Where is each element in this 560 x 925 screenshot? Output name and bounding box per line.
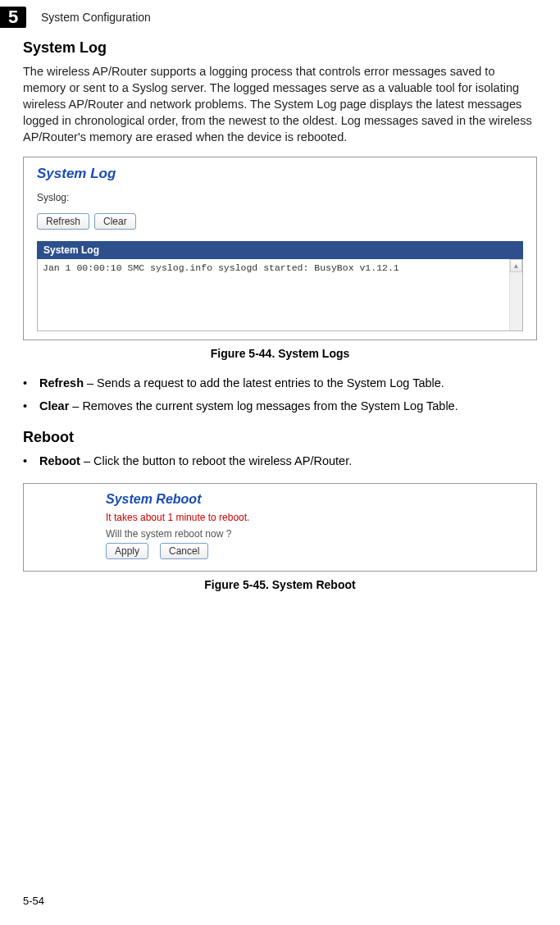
list-item: • Reboot – Click the button to reboot th… [23, 453, 537, 471]
list-item: • Refresh – Sends a request to add the l… [23, 375, 537, 393]
apply-button[interactable]: Apply [106, 543, 148, 559]
desc-reboot: – Click the button to reboot the wireles… [80, 454, 352, 467]
chapter-number-box: 5 [0, 7, 26, 28]
cancel-button[interactable]: Cancel [160, 543, 208, 559]
syslog-field-label: Syslog: [37, 192, 523, 203]
reboot-warning-text: It takes about 1 minute to reboot. [106, 512, 536, 523]
figure-system-log: System Log Syslog: Refresh Clear System … [23, 157, 537, 340]
clear-button[interactable]: Clear [94, 213, 136, 230]
section-heading-system-log: System Log [23, 39, 537, 57]
bullet-list-1: • Refresh – Sends a request to add the l… [23, 375, 537, 416]
chapter-title: System Configuration [41, 11, 151, 24]
refresh-button[interactable]: Refresh [37, 213, 89, 230]
bullet-list-2: • Reboot – Click the button to reboot th… [23, 453, 537, 471]
desc-refresh: – Sends a request to add the latest entr… [84, 376, 444, 390]
desc-clear: – Removes the current system log message… [69, 399, 458, 412]
page-header: 5 System Configuration [0, 0, 560, 39]
log-line: Jan 1 00:00:10 SMC syslog.info syslogd s… [43, 262, 399, 273]
reboot-question-text: Will the system reboot now ? [106, 528, 536, 540]
panel-title-system-log: System Log [37, 166, 523, 182]
term-refresh: Refresh [39, 376, 84, 390]
section-body-system-log: The wireless AP/Router supports a loggin… [23, 63, 537, 145]
list-item: • Clear – Removes the current system log… [23, 398, 537, 416]
term-clear: Clear [39, 399, 69, 412]
figure-system-reboot: System Reboot It takes about 1 minute to… [23, 483, 537, 572]
log-table-header: System Log [37, 241, 523, 259]
log-table-body: Jan 1 00:00:10 SMC syslog.info syslogd s… [37, 259, 523, 331]
figure-caption-44: Figure 5-44. System Logs [23, 347, 537, 360]
page-number: 5-54 [23, 895, 44, 907]
term-reboot: Reboot [39, 454, 80, 467]
scrollbar[interactable]: ▲ [509, 259, 522, 330]
scroll-up-icon[interactable]: ▲ [510, 259, 522, 272]
section-heading-reboot: Reboot [23, 429, 537, 446]
panel-title-system-reboot: System Reboot [106, 492, 536, 507]
figure-caption-45: Figure 5-45. System Reboot [23, 578, 537, 591]
